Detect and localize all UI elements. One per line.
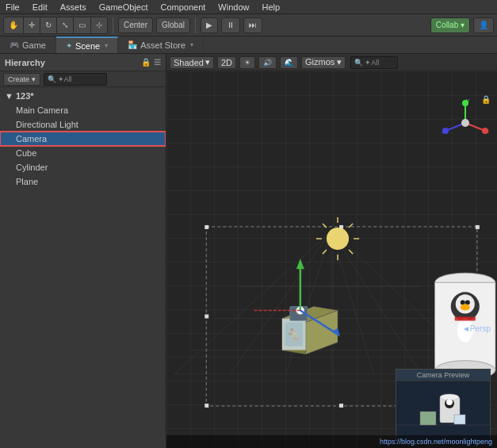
- pivot-button[interactable]: Center: [118, 17, 153, 33]
- scene-root[interactable]: ▼ 123*: [0, 89, 166, 103]
- svg-rect-66: [454, 415, 465, 424]
- main-camera-label: Main Camera: [16, 105, 68, 115]
- hierarchy-menu-icon: ☰: [154, 58, 161, 67]
- scene-lock-icon: 🔒: [481, 95, 491, 104]
- scene-view[interactable]: Shaded ▾ 2D ☀ 🔊 🌊 Gizmos ▾ 🔍 ✦All: [166, 54, 497, 448]
- tabs-row: 🎮 Game ✦ Scene ▾ 🏪 Asset Store ▾: [0, 36, 497, 54]
- collab-button[interactable]: Collab ▾: [430, 17, 470, 33]
- main-area: Hierarchy 🔒 ☰ Create ▾ 🔍 ✦All ▼ 123* Mai…: [0, 54, 497, 448]
- plane-label: Plane: [16, 177, 38, 186]
- tab-scene[interactable]: ✦ Scene ▾: [56, 36, 118, 53]
- hierarchy-item-directional-light[interactable]: Directional Light: [0, 117, 166, 132]
- 2d-button[interactable]: 2D: [217, 56, 236, 69]
- rect-tool[interactable]: ▭: [74, 17, 91, 33]
- camera-preview-header: Camera Preview: [396, 370, 490, 381]
- scene-search-icon: 🔍: [354, 59, 363, 67]
- hierarchy-header: Hierarchy 🔒 ☰: [0, 54, 166, 71]
- svg-text:z: z: [442, 128, 445, 135]
- svg-rect-18: [205, 314, 208, 318]
- svg-text:x: x: [486, 128, 489, 135]
- hierarchy-list: ▼ 123* Main Camera Directional Light Cam…: [0, 87, 166, 448]
- axis-gizmo: y x z: [442, 99, 489, 143]
- scene-canvas: y x z 🔒 ◄Persp Camera Pr: [166, 71, 497, 448]
- hierarchy-item-cube[interactable]: Cube: [0, 146, 166, 160]
- scene-view-toolbar: Shaded ▾ 2D ☀ 🔊 🌊 Gizmos ▾ 🔍 ✦All: [166, 54, 497, 71]
- svg-point-64: [446, 399, 453, 405]
- url-text: https://blog.csdn.net/moonlightpeng: [380, 438, 492, 446]
- hierarchy-toolbar: Create ▾ 🔍 ✦All: [0, 71, 166, 87]
- menu-assets[interactable]: Assets: [58, 2, 89, 12]
- scene-icon: ✦: [66, 41, 72, 50]
- hierarchy-item-cylinder[interactable]: Cylinder: [0, 160, 166, 174]
- menu-component[interactable]: Component: [158, 2, 208, 12]
- svg-point-36: [456, 294, 475, 313]
- hierarchy-item-main-camera[interactable]: Main Camera: [0, 103, 166, 117]
- menu-file[interactable]: File: [3, 2, 22, 12]
- svg-rect-65: [420, 412, 436, 425]
- search-icon: 🔍: [48, 75, 56, 83]
- tab-game-label: Game: [22, 40, 46, 50]
- shaded-dropdown-icon: ▾: [205, 57, 210, 67]
- menu-edit[interactable]: Edit: [30, 2, 50, 12]
- hierarchy-lock-icon: 🔒: [141, 58, 151, 67]
- tab-asset-store[interactable]: 🏪 Asset Store ▾: [118, 36, 204, 53]
- menu-window[interactable]: Window: [216, 2, 251, 12]
- svg-rect-41: [455, 316, 476, 320]
- hierarchy-item-plane[interactable]: Plane: [0, 174, 166, 189]
- account-button[interactable]: 👤: [473, 17, 494, 33]
- hierarchy-header-icons: 🔒 ☰: [141, 58, 161, 67]
- svg-point-39: [461, 304, 470, 310]
- 2d-label: 2D: [221, 58, 232, 67]
- hierarchy-title: Hierarchy: [5, 58, 45, 67]
- svg-line-9: [331, 231, 422, 374]
- tab-game[interactable]: 🎮 Game: [0, 36, 56, 53]
- svg-marker-45: [296, 258, 304, 269]
- asset-store-icon: 🏪: [128, 40, 137, 49]
- shaded-dropdown[interactable]: Shaded ▾: [170, 56, 214, 69]
- hierarchy-search[interactable]: 🔍 ✦All: [44, 73, 107, 86]
- hierarchy-item-camera[interactable]: Camera: [0, 132, 166, 146]
- shaded-label: Shaded: [174, 58, 204, 67]
- hand-tool[interactable]: ✋: [4, 17, 24, 33]
- scale-tool[interactable]: ⤡: [57, 17, 74, 33]
- tab-asset-store-label: Asset Store: [140, 40, 185, 50]
- gizmos-label: Gizmos ▾: [305, 57, 342, 67]
- tab-asset-menu-icon: ▾: [190, 41, 193, 48]
- svg-rect-14: [205, 404, 208, 408]
- game-icon: 🎮: [10, 40, 19, 49]
- rotate-tool[interactable]: ↻: [40, 17, 57, 33]
- svg-line-28: [323, 250, 327, 254]
- space-button[interactable]: Global: [156, 17, 190, 33]
- transform-tools: ✋ ✛ ↻ ⤡ ▭ ⊹: [3, 17, 108, 34]
- effects-button[interactable]: 🌊: [280, 56, 298, 69]
- svg-point-58: [461, 119, 469, 127]
- directional-light-label: Directional Light: [16, 120, 78, 129]
- separator-2: [195, 17, 196, 33]
- svg-rect-17: [339, 404, 343, 408]
- menu-bar: File Edit Assets GameObject Component Wi…: [0, 0, 497, 14]
- scene-search[interactable]: 🔍 ✦All: [350, 56, 398, 69]
- url-bar: https://blog.csdn.net/moonlightpeng: [166, 435, 497, 448]
- create-button[interactable]: Create ▾: [3, 73, 40, 86]
- scene-search-all: ✦All: [365, 59, 379, 67]
- step-button[interactable]: ⏭: [243, 17, 262, 33]
- play-button[interactable]: ▶: [201, 17, 218, 33]
- svg-line-5: [230, 231, 331, 374]
- camera-label: Camera: [16, 134, 47, 144]
- lighting-button[interactable]: ☀: [239, 56, 255, 69]
- separator-1: [113, 17, 113, 33]
- tab-scene-label: Scene: [75, 41, 100, 51]
- gizmos-dropdown[interactable]: Gizmos ▾: [301, 56, 346, 69]
- svg-rect-13: [476, 225, 480, 229]
- cube-label: Cube: [16, 148, 36, 158]
- menu-help[interactable]: Help: [259, 2, 282, 12]
- persp-label: ◄Persp: [462, 324, 491, 333]
- camera-preview: Camera Preview: [396, 369, 491, 442]
- camera-preview-content: [396, 381, 490, 441]
- svg-line-8: [331, 231, 373, 374]
- pause-button[interactable]: ⏸: [221, 17, 240, 33]
- audio-button[interactable]: 🔊: [258, 56, 277, 69]
- combo-tool[interactable]: ⊹: [91, 17, 107, 33]
- move-tool[interactable]: ✛: [24, 17, 40, 33]
- menu-gameobject[interactable]: GameObject: [97, 2, 151, 12]
